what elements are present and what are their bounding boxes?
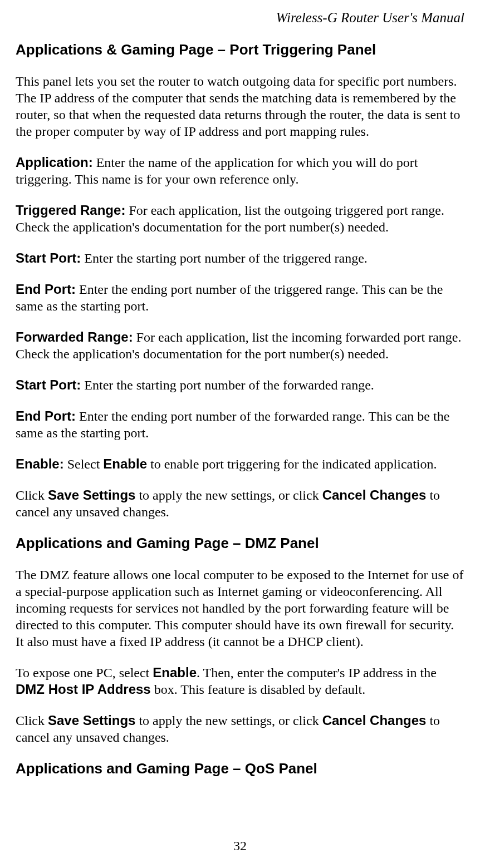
start-port-1-paragraph: Start Port: Enter the starting port numb… xyxy=(16,250,464,267)
heading-dmz: Applications and Gaming Page – DMZ Panel xyxy=(16,535,464,552)
start-port-2-paragraph: Start Port: Enter the starting port numb… xyxy=(16,377,464,393)
enable-bold: Enable xyxy=(103,456,147,471)
running-head: Wireless-G Router User's Manual xyxy=(16,10,464,26)
start-port-1-label: Start Port: xyxy=(16,250,81,265)
save1-pre: Click xyxy=(16,488,48,502)
save-paragraph-1: Click Save Settings to apply the new set… xyxy=(16,487,464,520)
enable-pre-text: Select xyxy=(64,457,104,471)
end-port-1-text: Enter the ending port number of the trig… xyxy=(16,282,443,313)
forwarded-range-label: Forwarded Range: xyxy=(16,329,133,344)
save2-mid: to apply the new settings, or click xyxy=(135,713,322,728)
end-port-1-paragraph: End Port: Enter the ending port number o… xyxy=(16,281,464,314)
end-port-2-text: Enter the ending port number of the forw… xyxy=(16,409,449,440)
expose-enable-bold: Enable xyxy=(153,665,197,680)
application-paragraph: Application: Enter the name of the appli… xyxy=(16,154,464,188)
dmz-expose-paragraph: To expose one PC, select Enable. Then, e… xyxy=(16,664,464,698)
cancel-changes-bold-2: Cancel Changes xyxy=(322,713,427,728)
save-settings-bold-2: Save Settings xyxy=(48,713,135,728)
cancel-changes-bold-1: Cancel Changes xyxy=(322,487,427,502)
enable-post-text: to enable port triggering for the indica… xyxy=(147,457,437,471)
intro-paragraph: This panel lets you set the router to wa… xyxy=(16,73,464,140)
dmz-intro-paragraph: The DMZ feature allows one local compute… xyxy=(16,566,464,650)
save-paragraph-2: Click Save Settings to apply the new set… xyxy=(16,712,464,746)
triggered-range-label: Triggered Range: xyxy=(16,203,125,218)
start-port-2-label: Start Port: xyxy=(16,377,81,392)
save-settings-bold-1: Save Settings xyxy=(48,487,135,502)
triggered-range-paragraph: Triggered Range: For each application, l… xyxy=(16,202,464,235)
forwarded-range-paragraph: Forwarded Range: For each application, l… xyxy=(16,329,464,362)
enable-paragraph: Enable: Select Enable to enable port tri… xyxy=(16,456,464,472)
end-port-2-label: End Port: xyxy=(16,408,76,423)
dmz-host-ip-bold: DMZ Host IP Address xyxy=(16,682,151,697)
heading-qos: Applications and Gaming Page – QoS Panel xyxy=(16,760,464,777)
save2-pre: Click xyxy=(16,713,48,728)
save1-mid: to apply the new settings, or click xyxy=(135,488,322,502)
enable-label: Enable: xyxy=(16,456,64,471)
page-number: 32 xyxy=(0,839,480,854)
expose-mid: . Then, enter the computer's IP address … xyxy=(197,665,437,680)
expose-post: box. This feature is disabled by default… xyxy=(151,682,365,697)
end-port-2-paragraph: End Port: Enter the ending port number o… xyxy=(16,408,464,441)
heading-port-triggering: Applications & Gaming Page – Port Trigge… xyxy=(16,41,464,58)
application-label: Application: xyxy=(16,155,93,170)
end-port-1-label: End Port: xyxy=(16,282,76,297)
start-port-1-text: Enter the starting port number of the tr… xyxy=(81,251,368,265)
expose-pre: To expose one PC, select xyxy=(16,665,153,680)
start-port-2-text: Enter the starting port number of the fo… xyxy=(81,378,374,392)
